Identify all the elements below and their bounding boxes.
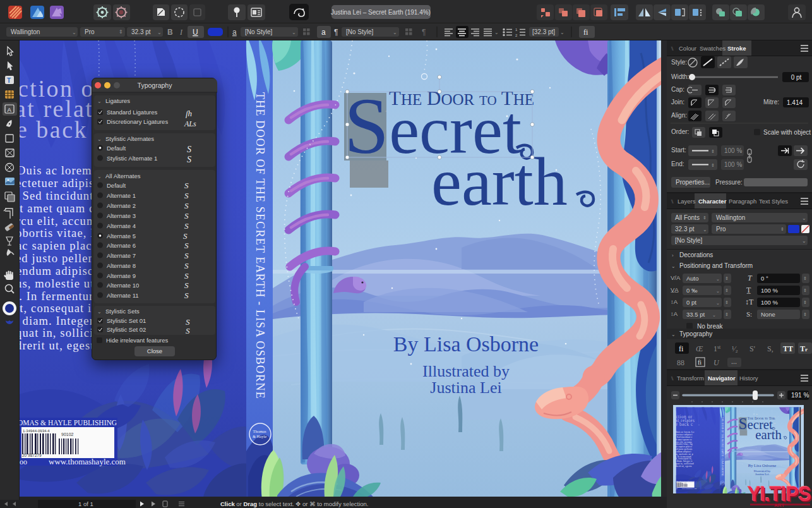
svg-text:0 ‰: 0 ‰: [686, 287, 698, 294]
svg-text:⌄: ⌄: [560, 30, 564, 35]
svg-text:1: 1: [515, 28, 518, 32]
svg-text:⌄: ⌄: [716, 277, 720, 281]
svg-text:Stylistic Alternate 1: Stylistic Alternate 1: [107, 155, 157, 162]
svg-text:⑊: ⑊: [671, 45, 674, 52]
svg-text:90102: 90102: [61, 432, 74, 437]
svg-text:⇕: ⇕: [780, 227, 784, 231]
svg-text:Width:: Width:: [671, 73, 689, 80]
svg-text:Tr: Tr: [800, 344, 808, 353]
svg-text:Alternate 10: Alternate 10: [107, 282, 139, 289]
svg-text:fi: fi: [698, 359, 702, 366]
svg-text:Mitre:: Mitre:: [763, 99, 779, 106]
svg-text:1 of 1: 1 of 1: [78, 500, 93, 507]
svg-text:⌄: ⌄: [97, 136, 102, 142]
svg-text:⑊: ⑊: [671, 375, 674, 382]
svg-text:...: ...: [731, 357, 737, 366]
svg-text:U: U: [713, 358, 720, 367]
svg-text:S: S: [184, 201, 189, 210]
svg-text:⇕: ⇕: [711, 149, 715, 154]
svg-text:a: a: [321, 28, 326, 37]
svg-text:None: None: [761, 311, 775, 318]
svg-text:⇕: ⇕: [725, 300, 729, 305]
svg-text:⌄: ⌄: [739, 148, 743, 153]
svg-text:Alternate 11: Alternate 11: [107, 292, 139, 299]
svg-text:Navigator: Navigator: [708, 375, 736, 382]
svg-text:Discretionary Ligatures: Discretionary Ligatures: [107, 118, 168, 125]
svg-text:⇕: ⇕: [803, 288, 807, 293]
svg-text:32.3 pt: 32.3 pt: [131, 28, 151, 35]
svg-text:A: A: [8, 106, 12, 113]
svg-text:⌄: ⌄: [97, 309, 102, 315]
svg-text:0 °: 0 °: [761, 275, 768, 282]
svg-text:⌄: ⌄: [157, 30, 162, 35]
svg-text:¶: ¶: [422, 28, 426, 37]
svg-text:Alternate 2: Alternate 2: [107, 202, 136, 209]
svg-text:End:: End:: [671, 160, 684, 167]
svg-text:191 %: 191 %: [791, 392, 809, 399]
svg-text:0 pt: 0 pt: [791, 74, 802, 81]
svg-text:⇕: ⇕: [725, 312, 729, 317]
svg-text:Click or Drag to select text.: Click or Drag to select text. ✥ or ⌘ to …: [220, 500, 369, 507]
svg-text:Wallington: Wallington: [716, 214, 745, 221]
svg-text:drerit ut, egesta: drerit ut, egesta: [20, 339, 100, 352]
svg-text:.oo: .oo: [20, 457, 27, 466]
svg-text:1.414: 1.414: [787, 99, 803, 106]
svg-text:Alternate 1: Alternate 1: [107, 192, 136, 199]
svg-text:0 pt: 0 pt: [686, 299, 696, 306]
svg-text:⇕: ⇕: [725, 288, 729, 293]
svg-text:Wallington: Wallington: [11, 28, 40, 35]
svg-text:⇕: ⇕: [711, 163, 715, 167]
svg-text:Alternate 5: Alternate 5: [107, 233, 136, 239]
svg-text:S: S: [184, 261, 189, 270]
svg-text:V̲A̲: V̲A̲: [671, 286, 679, 293]
svg-text:⌄: ⌄: [802, 215, 806, 221]
svg-text:⌄: ⌄: [739, 162, 743, 167]
svg-text:⌄: ⌄: [97, 99, 102, 104]
svg-text:ac sapien placer: ac sapien placer: [20, 239, 102, 252]
svg-text:⌄: ⌄: [72, 30, 76, 35]
svg-text:S: S: [187, 155, 191, 164]
svg-text:Standard Ligatures: Standard Ligatures: [107, 109, 158, 116]
svg-text:2: 2: [515, 33, 518, 37]
svg-text:Alternate 3: Alternate 3: [107, 212, 136, 219]
svg-text:By Lisa Osborne: By Lisa Osborne: [393, 332, 539, 356]
svg-text:32.3 pt: 32.3 pt: [675, 226, 695, 233]
svg-text:Œ: Œ: [696, 344, 703, 353]
svg-text:S: S: [187, 145, 191, 154]
svg-text:endum adipisci: endum adipisci: [20, 264, 98, 277]
svg-text:ſh: ſh: [186, 109, 192, 118]
svg-text:⇕: ⇕: [803, 300, 807, 305]
svg-text:THE DOOR OF THE SECRET EARTH -: THE DOOR OF THE SECRET EARTH - LISA OSBO…: [254, 92, 266, 399]
svg-text:⌄: ⌄: [292, 30, 296, 35]
svg-text:›: ›: [672, 253, 674, 258]
svg-text:Pressure:: Pressure:: [715, 179, 743, 186]
svg-text:Transform: Transform: [677, 375, 704, 382]
svg-text:⌄: ⌄: [494, 30, 499, 35]
svg-text:Pro: Pro: [716, 226, 726, 233]
svg-text:Stylistic Set 02: Stylistic Set 02: [107, 326, 146, 333]
svg-text:i. In fermentum: i. In fermentum: [20, 289, 99, 303]
svg-text:S: S: [184, 181, 189, 190]
svg-text:Align:: Align:: [671, 112, 687, 119]
svg-text:T: T: [7, 77, 11, 84]
svg-text:⌄: ⌄: [671, 332, 676, 337]
svg-text:I: I: [179, 28, 183, 37]
svg-text:⌄: ⌄: [802, 238, 806, 244]
svg-text:[No Style]: [No Style]: [245, 28, 273, 35]
svg-text:↕A: ↕A: [671, 310, 678, 317]
svg-text:Stylistic Sets: Stylistic Sets: [105, 308, 140, 315]
svg-text:⌄: ⌄: [716, 289, 720, 293]
svg-text:Hide irrelevant features: Hide irrelevant features: [106, 337, 168, 344]
svg-text:⌄: ⌄: [712, 313, 716, 317]
svg-text:it amet quam co: it amet quam co: [20, 202, 102, 215]
svg-text:100 %: 100 %: [761, 299, 778, 306]
svg-text:S: S: [184, 291, 189, 300]
svg-text:Colour: Colour: [679, 45, 696, 52]
svg-text:S: S: [184, 281, 189, 290]
svg-text:Typography: Typography: [138, 82, 173, 89]
svg-text:a: a: [232, 28, 237, 37]
svg-text:⇕: ⇕: [803, 276, 807, 281]
svg-text:Order:: Order:: [671, 128, 689, 135]
svg-text:Start:: Start:: [671, 147, 686, 154]
svg-text:¹⁄₂: ¹⁄₂: [732, 344, 738, 353]
